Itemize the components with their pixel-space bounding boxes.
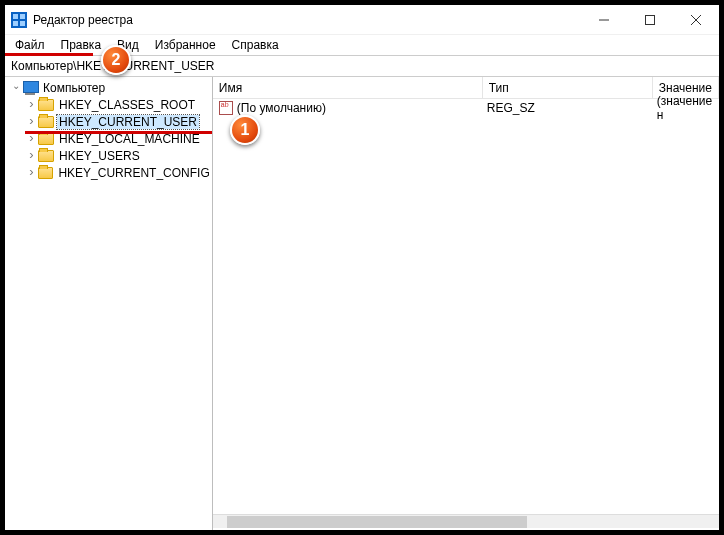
window-controls	[581, 5, 719, 35]
column-name[interactable]: Имя	[213, 77, 483, 98]
tree-pane[interactable]: Компьютер HKEY_CLASSES_ROOT HKEY_CURRENT…	[5, 77, 213, 530]
minimize-icon	[599, 15, 609, 25]
maximize-icon	[645, 15, 655, 25]
annotation-badge-2: 2	[101, 45, 131, 75]
horizontal-scrollbar[interactable]	[213, 514, 719, 528]
folder-icon	[38, 133, 54, 145]
maximize-button[interactable]	[627, 5, 673, 35]
content-area: Компьютер HKEY_CLASSES_ROOT HKEY_CURRENT…	[5, 77, 719, 530]
chevron-right-icon[interactable]	[25, 97, 38, 112]
tree-root-label: Компьютер	[41, 81, 107, 95]
column-type[interactable]: Тип	[483, 77, 653, 98]
tree-root[interactable]: Компьютер	[5, 79, 212, 96]
folder-icon	[38, 99, 54, 111]
chevron-right-icon[interactable]	[25, 165, 38, 180]
folder-icon	[38, 116, 54, 128]
list-pane[interactable]: Имя Тип Значение (По умолчанию) REG_SZ (…	[213, 77, 719, 530]
chevron-right-icon[interactable]	[25, 148, 38, 163]
chevron-down-icon[interactable]	[9, 82, 22, 93]
string-value-icon	[219, 101, 233, 115]
scrollbar-thumb[interactable]	[227, 516, 527, 528]
app-icon	[11, 12, 27, 28]
list-row[interactable]: (По умолчанию) REG_SZ (значение н	[213, 99, 719, 117]
menu-file[interactable]: Файл	[7, 36, 53, 54]
tree-item-hkcu[interactable]: HKEY_CURRENT_USER	[5, 113, 212, 130]
close-button[interactable]	[673, 5, 719, 35]
list-header: Имя Тип Значение	[213, 77, 719, 99]
menu-help[interactable]: Справка	[224, 36, 287, 54]
menu-edit[interactable]: Правка	[53, 36, 110, 54]
cell-value: (значение н	[657, 94, 719, 122]
tree-item-hkcr[interactable]: HKEY_CLASSES_ROOT	[5, 96, 212, 113]
tree-item-label: HKEY_CLASSES_ROOT	[57, 98, 197, 112]
tree-item-hkcc[interactable]: HKEY_CURRENT_CONFIG	[5, 164, 212, 181]
computer-icon	[22, 81, 38, 94]
tree-item-label: HKEY_USERS	[57, 149, 142, 163]
close-icon	[691, 15, 701, 25]
tree-item-hku[interactable]: HKEY_USERS	[5, 147, 212, 164]
tree-item-label: HKEY_CURRENT_CONFIG	[56, 166, 211, 180]
minimize-button[interactable]	[581, 5, 627, 35]
cell-type: REG_SZ	[487, 101, 657, 115]
folder-icon	[38, 150, 54, 162]
svg-rect-1	[646, 15, 655, 24]
chevron-right-icon[interactable]	[25, 114, 38, 129]
cell-name: (По умолчанию)	[237, 101, 487, 115]
title-bar: Редактор реестра	[5, 5, 719, 35]
folder-icon	[38, 167, 54, 179]
annotation-underline-menu	[5, 53, 93, 56]
annotation-underline-tree	[25, 131, 213, 134]
window-title: Редактор реестра	[33, 13, 581, 27]
annotation-badge-1: 1	[230, 115, 260, 145]
tree-item-label: HKEY_CURRENT_USER	[57, 115, 199, 129]
menu-favorites[interactable]: Избранное	[147, 36, 224, 54]
